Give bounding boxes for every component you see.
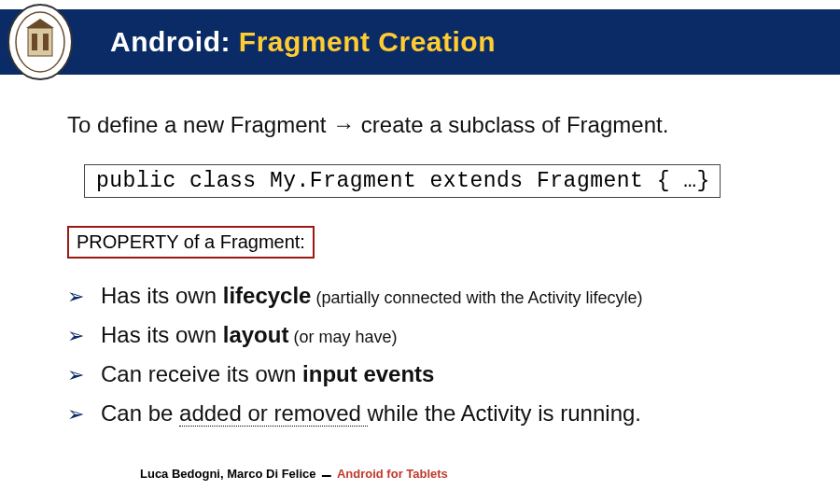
property-heading: PROPERTY of a Fragment: — [67, 226, 315, 259]
list-item-text: Has its own lifecycle (partially connect… — [101, 283, 803, 309]
code-snippet: public class My.Fragment extends Fragmen… — [84, 164, 721, 198]
list-item: ➢ Has its own layout (or may have) — [67, 322, 803, 348]
bullet-icon: ➢ — [67, 326, 101, 346]
footer: Luca Bedogni, Marco Di Felice – Android … — [140, 464, 448, 485]
bullet-icon: ➢ — [67, 287, 101, 307]
header-bar: Android: Fragment Creation — [0, 9, 840, 75]
intro-text: To define a new Fragment → create a subc… — [67, 112, 803, 138]
title-prefix: Android: — [110, 26, 231, 57]
footer-topic: Android for Tablets — [337, 467, 448, 481]
property-list: ➢ Has its own lifecycle (partially conne… — [67, 283, 803, 427]
slide-title: Android: Fragment Creation — [110, 26, 496, 58]
bullet-icon: ➢ — [67, 365, 101, 385]
list-item: ➢ Can be added or removed while the Acti… — [67, 400, 803, 427]
list-item: ➢ Can receive its own input events — [67, 361, 803, 387]
list-item-text: Has its own layout (or may have) — [101, 322, 803, 348]
intro-post: create a subclass of Fragment. — [355, 112, 668, 137]
svg-rect-2 — [28, 28, 52, 56]
footer-authors: Luca Bedogni, Marco Di Felice — [140, 467, 316, 481]
intro-pre: To define a new Fragment — [67, 112, 332, 137]
svg-rect-4 — [43, 34, 49, 50]
university-seal — [6, 2, 75, 82]
slide-body: To define a new Fragment → create a subc… — [67, 112, 803, 440]
svg-rect-3 — [32, 34, 37, 50]
list-item-text: Can be added or removed while the Activi… — [101, 400, 803, 427]
slide: Android: Fragment Creation To define a n… — [0, 0, 840, 504]
arrow-icon: → — [332, 112, 355, 137]
title-accent: Fragment Creation — [239, 26, 496, 57]
footer-dash: – — [319, 464, 333, 484]
list-item: ➢ Has its own lifecycle (partially conne… — [67, 283, 803, 309]
bullet-icon: ➢ — [67, 404, 101, 425]
list-item-text: Can receive its own input events — [101, 361, 803, 387]
